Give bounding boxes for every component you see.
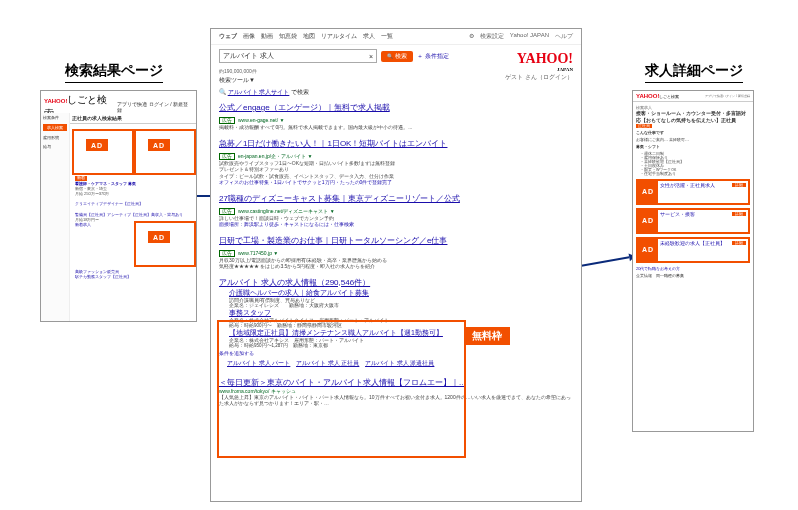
nav-more[interactable]: 一覧: [381, 32, 393, 41]
sub1-title[interactable]: 介護職ヘルパーの求人｜給食アルバイト募集: [229, 288, 573, 298]
ad2-title[interactable]: 急募／1日だけ働きたい人！｜1日OK！短期バイトはエンバイト: [219, 138, 573, 149]
feature-list: 週休二日制 雇用保険あり 未経験歓迎【正社員】 土日祝休み 副業・WワークOK …: [636, 152, 750, 176]
ad1-title[interactable]: 公式／engage（エンゲージ）｜無料で求人掲載: [219, 102, 573, 113]
ad-right-3[interactable]: AD 未経験歓迎の求人【正社員】 詳細: [636, 237, 750, 263]
result-5-title[interactable]: 駅チカ勤務スタッフ【正社員】: [72, 274, 193, 279]
clear-icon[interactable]: ×: [369, 53, 373, 60]
job-title: 接客・ショールーム・カウンター受付・多言語対応【おもてなしの気持ちを伝えたい】正…: [636, 110, 750, 123]
ad4-title[interactable]: 日研で工場・製造業のお仕事｜日研トータルソーシング／e仕事: [219, 235, 573, 246]
ad-tag: 広告: [219, 208, 235, 215]
ad-badge-2: AD: [148, 139, 170, 151]
nav-image[interactable]: 画像: [243, 32, 255, 41]
results-heading: 正社員の求人検索結果: [72, 115, 193, 121]
ad1-desc: 掲載料・成功報酬 すべて0円。無料で求人掲載できます。国内最大級が中小の待遇。.…: [219, 124, 573, 131]
search-icon: 🔍: [219, 89, 226, 95]
ad-tag: 広告: [219, 250, 235, 257]
breadcrumb-tail: で検索: [291, 89, 309, 95]
ad-badge-1: AD: [86, 139, 108, 151]
login-link-mini[interactable]: アプリで快適 ログイン / 新規登録: [117, 101, 190, 113]
ad-box-3: [134, 221, 196, 267]
ad-badge-r3: AD: [638, 239, 658, 261]
ad4-url: www.717450.jp ▼: [238, 250, 278, 256]
search-results-panel: YAHOO!しごと検索 アプリで快適 ログイン / 新規登録 検索条件 求人検索…: [40, 90, 197, 322]
bottom-link[interactable]: 20代で転職をお考えの方: [636, 266, 750, 271]
ad-tag: 広告: [219, 153, 235, 160]
search-button[interactable]: 検索: [381, 51, 413, 62]
condition-link[interactable]: 条件指定: [417, 52, 449, 61]
search-box[interactable]: アルバイト 求人 ×: [219, 49, 377, 63]
ad-result-4: 日研で工場・製造業のお仕事｜日研トータルソーシング／e仕事 広告www.7174…: [211, 232, 581, 274]
arrow-center-to-right: [580, 256, 630, 267]
nav-jobs[interactable]: 求人: [363, 32, 375, 41]
left-sidebar: 検索条件 求人検索 雇用形態 給与: [41, 113, 70, 321]
nav-settings[interactable]: 検索設定: [480, 32, 504, 41]
ad3-title[interactable]: 27職種のディズニーキャスト募集｜東京ディズニーリゾート／公式: [219, 193, 573, 204]
sub2-title[interactable]: 事務スタッフ: [229, 308, 573, 318]
ad1-url: www.en-gage.net/ ▼: [238, 117, 284, 123]
organic-title[interactable]: アルバイト 求人の求人情報（290,546件）: [219, 277, 573, 288]
ad-right-2[interactable]: AD サービス・接客 詳細: [636, 208, 750, 234]
ad-tag: 広告: [219, 117, 235, 124]
job-detail-panel: YAHOO!しごと検索 アプリで快適 ログイン / 新規登録 検索求人 接客・シ…: [632, 90, 754, 432]
ad-right-1[interactable]: AD 女性が活躍・正社員求人 詳細: [636, 179, 750, 205]
gear-icon[interactable]: ⚙: [469, 32, 474, 41]
section-text: お客様にご案内… 未経験可…: [636, 137, 750, 142]
ad-result-2: 急募／1日だけ働きたい人！｜1日OK！短期バイトはエンバイト 広告en-japa…: [211, 135, 581, 190]
nav-chiebukuro[interactable]: 知恵袋: [279, 32, 297, 41]
ad3-links[interactable]: 面接場所：舞浜駅より徒歩・キャストになるには・仕事検索: [219, 221, 573, 228]
right-page-label: 求人詳細ページ: [645, 62, 743, 83]
section-heading: こんな仕事です: [636, 130, 664, 135]
breadcrumb: 🔍 アルバイト 求人サイト で検索: [211, 86, 581, 99]
sidebar-search-button[interactable]: 求人検索: [43, 124, 67, 131]
left-page-label: 検索結果ページ: [65, 62, 163, 83]
nav-realtime[interactable]: リアルタイム: [321, 32, 357, 41]
employment-badge: 正社員: [636, 124, 652, 128]
sidebar-filter-employment[interactable]: 雇用形態: [41, 133, 69, 142]
ad-box-1: [72, 129, 134, 175]
login-link-right[interactable]: アプリで快適 ログイン / 新規登録: [705, 94, 750, 98]
nav-map[interactable]: 地図: [303, 32, 315, 41]
yahoo-serp-panel: ウェブ 画像 動画 知恵袋 地図 リアルタイム 求人 一覧 ⚙ 検索設定 Yah…: [210, 28, 582, 502]
ad-result-3: 27職種のディズニーキャスト募集｜東京ディズニーリゾート／公式 広告www.ca…: [211, 190, 581, 232]
top-nav: ウェブ 画像 動画 知恵袋 地図 リアルタイム 求人 一覧 ⚙ 検索設定 Yah…: [211, 29, 581, 45]
ad-badge-3: AD: [148, 231, 170, 243]
footer-links: 企業情報 同一職種の募集: [636, 273, 750, 278]
ad-badge-r2: AD: [638, 210, 658, 232]
ad4-desc2: 気軽度★★★★★ をはじめ3.5から5円程度・即入社の求人からを紹介: [219, 263, 573, 270]
sidebar-filter-salary[interactable]: 給与: [41, 142, 69, 151]
yahoo-shigoto-logo-right: YAHOO!しごと検索: [636, 93, 679, 99]
search-input[interactable]: アルバイト 求人: [223, 51, 274, 61]
ad-box-2: [134, 129, 196, 175]
free-frame-label: 無料枠: [464, 327, 510, 345]
ad2-url: en-japan.en.jp/企・アルバイト ▼: [238, 153, 312, 159]
nav-yahoo-japan[interactable]: Yahoo! JAPAN: [510, 32, 549, 41]
breadcrumb-link[interactable]: アルバイト 求人サイト: [228, 89, 290, 95]
nav-help[interactable]: ヘルプ: [555, 32, 573, 41]
ad-badge-r1: AD: [638, 181, 658, 203]
ad2-links[interactable]: オフィスのお仕事特集・1日バイトでサクッと1万円・たったの0件で登録完了: [219, 179, 573, 186]
free-frame-box: [217, 320, 466, 458]
ad3-url: www.castingline.net/ディズニーキャスト ▼: [238, 208, 335, 214]
arrow-left-to-center: [195, 195, 211, 197]
nav-video[interactable]: 動画: [261, 32, 273, 41]
nav-web[interactable]: ウェブ: [219, 32, 237, 41]
new-badge: 新着: [75, 176, 87, 181]
sidebar-search-label: 検索条件: [41, 113, 69, 122]
yahoo-logo[interactable]: YAHOO!JAPAN: [517, 51, 573, 72]
rec-heading: 募集・シフト: [636, 144, 660, 149]
login-link[interactable]: ゲスト さん（ログイン）: [505, 73, 573, 82]
ad-result-1: 公式／engage（エンゲージ）｜無料で求人掲載 広告www.en-gage.n…: [211, 99, 581, 135]
